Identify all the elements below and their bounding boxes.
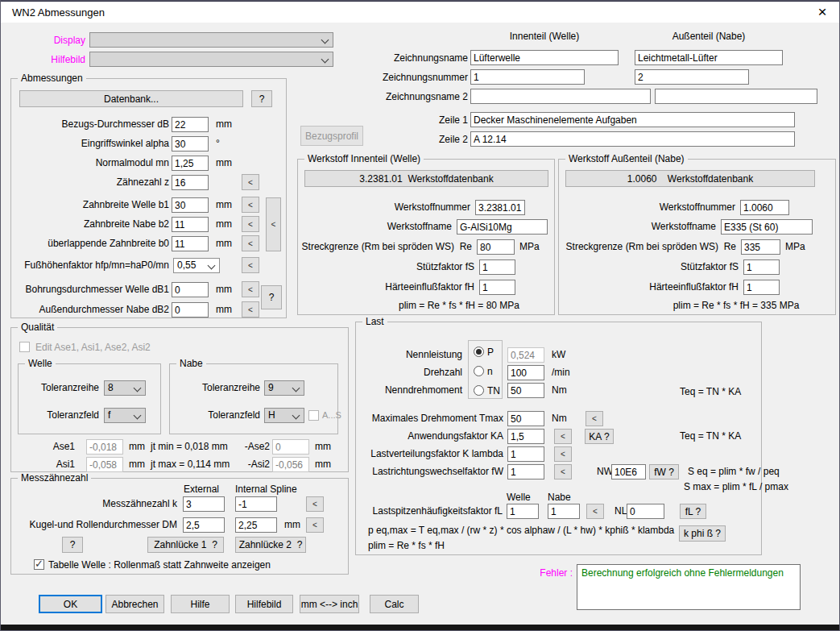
zahnluecke1-button[interactable]: Zahnlücke 1 ? [147,537,224,553]
leistung-unit: kW [552,349,565,360]
bezugs-durchmesser-field[interactable] [172,117,209,132]
fusshoehenfaktor-prev-button[interactable]: < [242,257,259,273]
zahnbreite-welle-label: Zahnbreite Welle b1 [11,199,169,210]
zahnbreite-group-prev-button[interactable]: < [266,197,281,251]
nenndrehmoment-field[interactable] [507,383,544,398]
zahnluecke2-button[interactable]: Zahnlücke 2 ? [235,537,306,553]
werkstoff-nabe-name-field[interactable] [721,219,813,235]
k-prev-button[interactable]: < [306,496,324,512]
zeile1-field[interactable] [470,112,795,127]
bohrungsdurchmesser-field[interactable] [172,282,209,297]
ase2-unit: mm [315,441,331,452]
abmessungen-help-button[interactable]: ? [251,90,272,107]
display-combobox[interactable] [89,32,333,48]
aussendurchmesser-prev-button[interactable]: < [242,301,259,318]
zeichnungsname2-welle-field[interactable] [470,89,651,104]
k-internal-field[interactable] [235,496,277,512]
zahnbreite-nabe-prev-button[interactable]: < [242,216,259,232]
nabe-column-header: Außenteil (Nabe) [635,31,783,42]
as-checkbox [308,410,319,421]
radio-n-label: n [487,366,493,377]
normalmodul-field[interactable] [172,156,209,171]
drehzahl-field[interactable] [507,365,544,380]
zahnbreite-b0-field[interactable] [172,236,209,251]
werkstoff-nabe-stuetzfaktor-field[interactable] [743,259,780,275]
hilfe-button[interactable]: Hilfe [171,595,230,613]
tmax-field[interactable] [507,411,544,426]
chevron-down-icon [208,262,216,270]
zaehnezahl-prev-button[interactable]: < [242,174,259,190]
nabe-toleranzfeld-value: H [268,409,275,421]
zaehnezahl-field[interactable] [172,175,209,190]
close-icon[interactable]: × [810,2,834,22]
hilfebild-button[interactable]: Hilfebild [235,595,293,613]
hilfebild-combobox[interactable] [89,52,333,67]
zeichnungsnummer-nabe-field[interactable] [635,69,749,85]
fl-nabe-field[interactable] [548,504,580,519]
nl-field[interactable] [627,504,664,519]
ka-help-button[interactable]: KA ? [585,429,614,444]
datenbank-button[interactable]: Datenbank... [19,90,243,107]
eingriffswinkel-field[interactable] [172,136,209,152]
radio-tn[interactable] [474,385,484,396]
zeichnungsname2-label: Zeichnungsname 2 [347,91,468,102]
ok-button[interactable]: OK [39,595,102,613]
fl-help-button[interactable]: fL ? [680,504,706,519]
ase1-unit: mm [129,441,145,452]
dm-prev-button[interactable]: < [306,517,324,533]
fw-field[interactable] [507,464,544,479]
werkstoff-welle-nummer-field[interactable] [475,200,525,215]
zeichnungsname-nabe-field[interactable] [635,50,783,65]
werkstoff-welle-name-field[interactable] [457,219,548,235]
dm-external-field[interactable] [183,517,225,533]
zeile2-field[interactable] [470,131,795,147]
werkstoff-nabe-datenbank-button[interactable]: 1.0060 Werkstoffdatenbank [565,170,815,187]
nabe-toleranzfeld-combobox[interactable]: H [264,408,304,423]
zahnbreite-nabe-field[interactable] [172,217,209,232]
radio-p[interactable] [474,347,484,357]
werkstoff-welle-datenbank-button[interactable]: 3.2381.01 Werkstoffdatenbank [304,170,548,187]
mm-inch-button[interactable]: mm <--> inch [300,595,359,613]
fl-welle-field[interactable] [507,504,539,519]
ka-field[interactable] [507,429,544,444]
welle-toleranzreihe-combobox[interactable]: 8 [104,380,146,396]
fusshoehenfaktor-combobox[interactable]: 0,55 [173,258,220,273]
werkstoff-nabe-plim-formula: plim = Re * fs * fH = 335 MPa [648,300,825,311]
werkstoff-welle-streckgrenze-field[interactable] [477,239,515,255]
werkstoff-welle-stuetzfaktor-field[interactable] [479,259,515,275]
aussendurchmesser-field[interactable] [172,302,209,318]
drehzahl-unit: /min [552,367,570,378]
radio-n[interactable] [474,366,484,376]
klambda-prev-button[interactable]: < [554,446,572,462]
zahnbreite-b0-prev-button[interactable]: < [242,235,259,251]
klambda-field[interactable] [507,446,544,462]
welle-toleranzfeld-combobox[interactable]: f [104,408,146,423]
werkstoff-nabe-nummer-field[interactable] [740,200,789,215]
werkstoff-nabe-streckgrenze-field[interactable] [741,239,780,255]
tmax-prev-button[interactable]: < [586,411,603,426]
dm-internal-field[interactable] [235,517,277,533]
calc-button[interactable]: Calc [370,595,419,613]
zahnbreite-welle-field[interactable] [172,197,209,213]
abbrechen-button[interactable]: Abbrechen [106,595,164,613]
zeichnungsname2-nabe-field[interactable] [655,89,817,104]
messzaehnezahl-help-button[interactable]: ? [62,537,83,553]
zahnbreite-welle-prev-button[interactable]: < [242,197,259,213]
k-external-field[interactable] [183,496,225,512]
nw-field[interactable] [611,464,646,479]
kphib-help-button[interactable]: k phi ß ? [679,525,726,542]
zeichnungsnummer-welle-field[interactable] [470,69,585,85]
werkstoff-welle-haerte-field[interactable] [479,280,515,295]
ka-prev-button[interactable]: < [554,429,572,444]
bohrungsdurchmesser-prev-button[interactable]: < [242,281,259,297]
nabe-toleranzreihe-combobox[interactable]: 9 [264,380,304,396]
eingriffswinkel-unit: ° [216,138,220,149]
tabelle-welle-checkbox[interactable] [34,559,44,570]
fl-prev-button[interactable]: < [586,504,604,519]
zeichnungsname-welle-field[interactable] [470,50,619,65]
durchmesser-help-button[interactable]: ? [261,285,282,309]
ka-label: Anwendungsfaktor KA [356,430,503,442]
fw-prev-button[interactable]: < [554,464,572,479]
fw-help-button[interactable]: fW ? [649,464,679,479]
werkstoff-nabe-haerte-field[interactable] [743,280,780,295]
